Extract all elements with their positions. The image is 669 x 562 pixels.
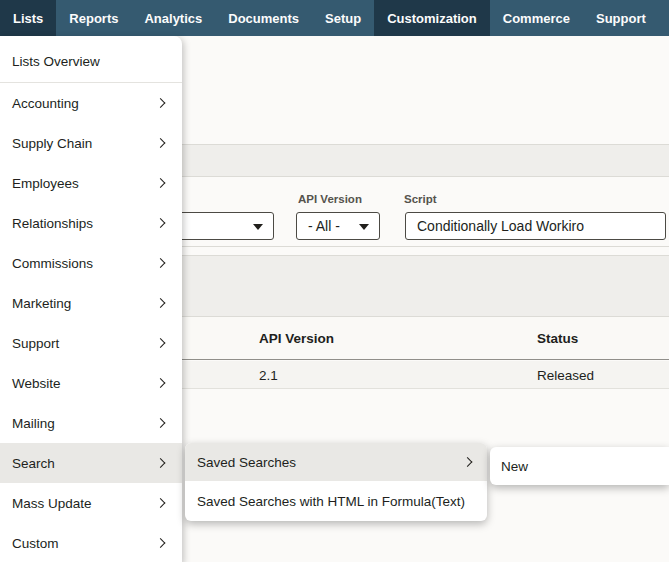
menu-item-employees[interactable]: Employees: [0, 163, 182, 203]
menu-item-label: Mass Update: [12, 496, 92, 511]
script-input-value: Conditionally Load Workiro: [406, 218, 584, 234]
menu-item-support[interactable]: Support: [0, 323, 182, 363]
menu-item-label: Website: [12, 376, 61, 391]
menu-item-label: Accounting: [12, 96, 79, 111]
menu-item-label: Commissions: [12, 256, 93, 271]
menu-item-relationships[interactable]: Relationships: [0, 203, 182, 243]
menu-item-marketing[interactable]: Marketing: [0, 283, 182, 323]
menu-item-label: Relationships: [12, 216, 93, 231]
chevron-right-icon: [156, 298, 166, 308]
chevron-right-icon: [156, 538, 166, 548]
nav-item-lists[interactable]: Lists: [0, 0, 56, 36]
menu-item-label: Saved Searches with HTML in Formula(Text…: [197, 494, 465, 509]
chevron-right-icon: [463, 457, 473, 467]
search-submenu: Saved Searches Saved Searches with HTML …: [185, 443, 487, 521]
nav-item-commerce[interactable]: Commerce: [490, 0, 583, 36]
chevron-right-icon: [156, 498, 166, 508]
table-header-status: Status: [537, 331, 578, 346]
main-navbar: Lists Reports Analytics Documents Setup …: [0, 0, 669, 36]
dropdown-arrow-icon: [359, 224, 369, 230]
menu-item-label: New: [501, 459, 528, 474]
submenu-item-saved-searches[interactable]: Saved Searches: [185, 443, 487, 481]
menu-item-label: Custom: [12, 536, 59, 551]
menu-item-label: Saved Searches: [197, 455, 296, 470]
chevron-right-icon: [156, 178, 166, 188]
chevron-right-icon: [156, 378, 166, 388]
api-version-filter-label: API Version: [298, 193, 362, 205]
submenu-item-saved-searches-html-formula[interactable]: Saved Searches with HTML in Formula(Text…: [185, 481, 487, 521]
saved-searches-flyout: New: [490, 447, 669, 485]
menu-item-custom[interactable]: Custom: [0, 523, 182, 562]
menu-item-accounting[interactable]: Accounting: [0, 83, 182, 123]
menu-item-label: Supply Chain: [12, 136, 92, 151]
chevron-right-icon: [156, 138, 166, 148]
menu-item-label: Search: [12, 456, 55, 471]
nav-item-reports[interactable]: Reports: [56, 0, 131, 36]
dropdown-arrow-icon: [253, 224, 263, 230]
menu-item-label: Marketing: [12, 296, 71, 311]
nav-item-analytics[interactable]: Analytics: [131, 0, 215, 36]
menu-item-website[interactable]: Website: [0, 363, 182, 403]
nav-item-support[interactable]: Support: [583, 0, 659, 36]
chevron-right-icon: [156, 218, 166, 228]
nav-item-documents[interactable]: Documents: [215, 0, 312, 36]
chevron-right-icon: [156, 418, 166, 428]
table-cell-api-version: 2.1: [259, 367, 278, 382]
table-cell-status: Released: [537, 367, 594, 382]
menu-item-lists-overview[interactable]: Lists Overview: [0, 40, 182, 82]
menu-item-label: Support: [12, 336, 59, 351]
menu-item-label: Lists Overview: [12, 54, 100, 69]
chevron-right-icon: [156, 258, 166, 268]
menu-item-label: Employees: [12, 176, 79, 191]
script-filter-label: Script: [404, 193, 437, 205]
app-window: API Version - All - Script Conditionally…: [0, 0, 669, 562]
nav-item-customization[interactable]: Customization: [374, 0, 490, 36]
menu-item-supply-chain[interactable]: Supply Chain: [0, 123, 182, 163]
api-version-selected-value: - All -: [297, 218, 340, 234]
menu-item-mass-update[interactable]: Mass Update: [0, 483, 182, 523]
api-version-select[interactable]: - All -: [296, 212, 380, 240]
nav-item-setup[interactable]: Setup: [312, 0, 374, 36]
table-header-api-version: API Version: [259, 331, 334, 346]
script-input[interactable]: Conditionally Load Workiro: [405, 212, 666, 240]
chevron-right-icon: [156, 98, 166, 108]
menu-item-mailing[interactable]: Mailing: [0, 403, 182, 443]
lists-dropdown-menu: Lists Overview Accounting Supply Chain E…: [0, 36, 182, 562]
menu-item-label: Mailing: [12, 416, 55, 431]
chevron-right-icon: [156, 458, 166, 468]
menu-item-commissions[interactable]: Commissions: [0, 243, 182, 283]
flyout-item-new[interactable]: New: [490, 447, 669, 485]
menu-item-search[interactable]: Search: [0, 443, 182, 483]
chevron-right-icon: [156, 338, 166, 348]
